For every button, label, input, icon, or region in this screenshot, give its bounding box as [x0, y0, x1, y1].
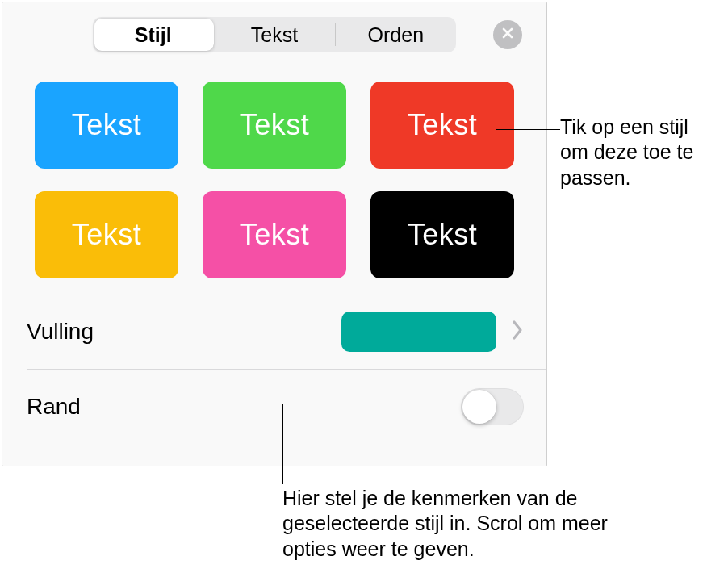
swatch-label: Tekst	[408, 108, 478, 142]
style-swatch[interactable]: Tekst	[35, 82, 178, 169]
swatch-label: Tekst	[240, 218, 310, 252]
callout-leader	[282, 404, 283, 484]
style-swatch[interactable]: Tekst	[370, 82, 514, 169]
border-row: Rand	[2, 370, 546, 444]
swatch-label: Tekst	[408, 218, 478, 252]
tab-arrange-label: Orden	[368, 23, 424, 47]
tab-style-label: Stijl	[135, 23, 172, 47]
border-label: Rand	[27, 394, 461, 420]
tab-arrange[interactable]: Orden	[336, 17, 456, 52]
fill-label: Vulling	[27, 319, 341, 345]
callout-leader	[496, 129, 560, 130]
swatch-label: Tekst	[240, 108, 310, 142]
swatch-label: Tekst	[72, 218, 142, 252]
callout-text: Tik op een stijl om deze toe te passen.	[560, 115, 718, 190]
style-swatch[interactable]: Tekst	[370, 191, 514, 278]
close-icon	[501, 27, 514, 43]
fill-row[interactable]: Vulling	[2, 295, 546, 369]
format-panel: Stijl Tekst Orden Tekst Tekst Tekst Teks…	[2, 2, 547, 466]
style-swatch[interactable]: Tekst	[35, 191, 178, 278]
style-swatch-grid: Tekst Tekst Tekst Tekst Tekst Tekst	[2, 52, 546, 278]
style-swatch[interactable]: Tekst	[203, 191, 346, 278]
callout-text: Hier stel je de kenmerken van de geselec…	[282, 486, 621, 562]
fill-color-chip[interactable]	[341, 312, 496, 352]
tab-style[interactable]: Stijl	[93, 17, 213, 52]
toggle-knob	[462, 390, 496, 424]
swatch-label: Tekst	[72, 108, 142, 142]
segmented-control: Stijl Tekst Orden	[93, 17, 456, 52]
segmented-control-wrap: Stijl Tekst Orden	[2, 2, 546, 52]
tab-text[interactable]: Tekst	[214, 17, 334, 52]
close-button[interactable]	[493, 20, 522, 49]
chevron-right-icon	[511, 319, 524, 345]
style-swatch[interactable]: Tekst	[203, 82, 346, 169]
tab-text-label: Tekst	[251, 23, 298, 47]
border-toggle[interactable]	[461, 388, 524, 425]
